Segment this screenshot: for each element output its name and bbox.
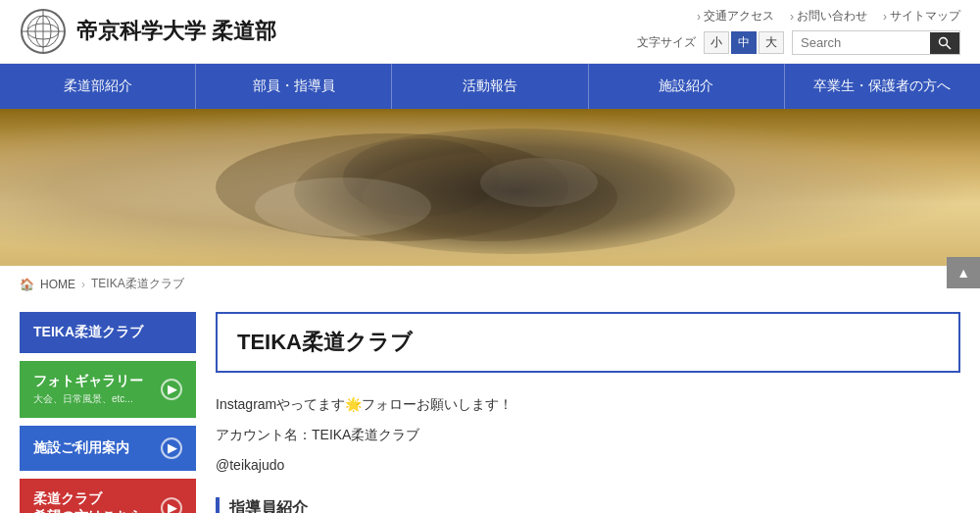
instagram-text: Instagramやってます🌟フォローお願いします！ [216,392,960,417]
join-arrow-icon: ▶ [161,497,182,513]
access-link[interactable]: 交通アクセス [697,8,774,25]
content-body: Instagramやってます🌟フォローお願いします！ アカウント名：TEIKA柔… [216,392,960,513]
font-size-buttons: 小 中 大 [704,31,784,54]
sidebar-photo-content: フォトギャラリー 大会、日常風景、etc... [33,373,143,406]
sidebar: TEIKA柔道クラブ フォトギャラリー 大会、日常風景、etc... ▶ 施設ご… [20,312,196,513]
font-size-small[interactable]: 小 [704,31,729,54]
search-area [792,30,960,55]
nav-item-alumni[interactable]: 卒業生・保護者の方へ [785,64,980,109]
svg-point-12 [480,158,598,207]
svg-point-6 [940,37,948,45]
sidebar-facility[interactable]: 施設ご利用案内 ▶ [20,426,196,471]
header-links: 交通アクセス お問い合わせ サイトマップ [697,8,960,25]
page-title-box: TEIKA柔道クラブ [216,312,960,373]
section-heading-instructor: 指導員紹介 [216,494,960,513]
main-nav: 柔道部紹介 部員・指導員 活動報告 施設紹介 卒業生・保護者の方へ [0,64,980,109]
sidebar-photo-sub: 大会、日常風景、etc... [33,392,143,406]
font-size-label: 文字サイズ [637,34,696,51]
section-heading-bar [216,497,220,513]
sidebar-join-club[interactable]: 柔道クラブ希望の方はこちら ▶ [20,479,196,513]
facility-arrow-icon: ▶ [161,437,182,459]
breadcrumb: 🏠 HOME › TEIKA柔道クラブ [0,266,980,302]
content-area: TEIKA柔道クラブ フォトギャラリー 大会、日常風景、etc... ▶ 施設ご… [0,302,980,513]
hero-banner [0,109,980,266]
main-content: TEIKA柔道クラブ Instagramやってます🌟フォローお願いします！ アカ… [216,312,960,513]
hero-hands-svg [0,109,980,266]
logo-emblem-icon [20,8,67,55]
sitemap-link[interactable]: サイトマップ [883,8,960,25]
sidebar-join-label: 柔道クラブ希望の方はこちら [33,490,143,513]
nav-item-members[interactable]: 部員・指導員 [196,64,392,109]
font-size-large[interactable]: 大 [759,31,784,54]
breadcrumb-separator: › [81,278,85,291]
sidebar-join-content: 柔道クラブ希望の方はこちら [33,490,143,513]
handle-text: @teikajudo [216,453,960,478]
nav-item-judo-intro[interactable]: 柔道部紹介 [0,64,196,109]
search-button[interactable] [930,32,959,54]
site-title: 帝京科学大学 柔道部 [76,17,276,46]
header-right: 交通アクセス お問い合わせ サイトマップ 文字サイズ 小 中 大 [637,8,960,55]
font-size-medium[interactable]: 中 [731,31,757,54]
home-icon: 🏠 [20,278,34,291]
svg-line-7 [947,44,952,49]
sidebar-teika-club-label: TEIKA柔道クラブ [33,324,143,341]
nav-item-facilities[interactable]: 施設紹介 [589,64,785,109]
search-input[interactable] [793,31,930,54]
account-label: アカウント名：TEIKA柔道クラブ [216,423,960,447]
scroll-top-button[interactable]: ▲ [947,257,980,288]
sidebar-facility-label: 施設ご利用案内 [33,439,129,457]
sidebar-photo-label: フォトギャラリー [33,373,143,390]
header-controls: 文字サイズ 小 中 大 [637,30,960,55]
nav-item-activities[interactable]: 活動報告 [392,64,588,109]
svg-point-11 [255,178,431,236]
photo-arrow-icon: ▶ [161,379,182,400]
logo-area: 帝京科学大学 柔道部 [20,8,276,55]
page-title: TEIKA柔道クラブ [237,328,939,357]
search-icon [938,36,952,50]
header-top: 帝京科学大学 柔道部 交通アクセス お問い合わせ サイトマップ 文字サイズ 小 … [0,0,980,64]
contact-link[interactable]: お問い合わせ [790,8,867,25]
breadcrumb-home[interactable]: HOME [40,278,75,291]
sidebar-photo-gallery[interactable]: フォトギャラリー 大会、日常風景、etc... ▶ [20,361,196,418]
section-heading-text: 指導員紹介 [229,494,308,513]
sidebar-teika-club[interactable]: TEIKA柔道クラブ [20,312,196,353]
breadcrumb-current: TEIKA柔道クラブ [91,276,184,292]
